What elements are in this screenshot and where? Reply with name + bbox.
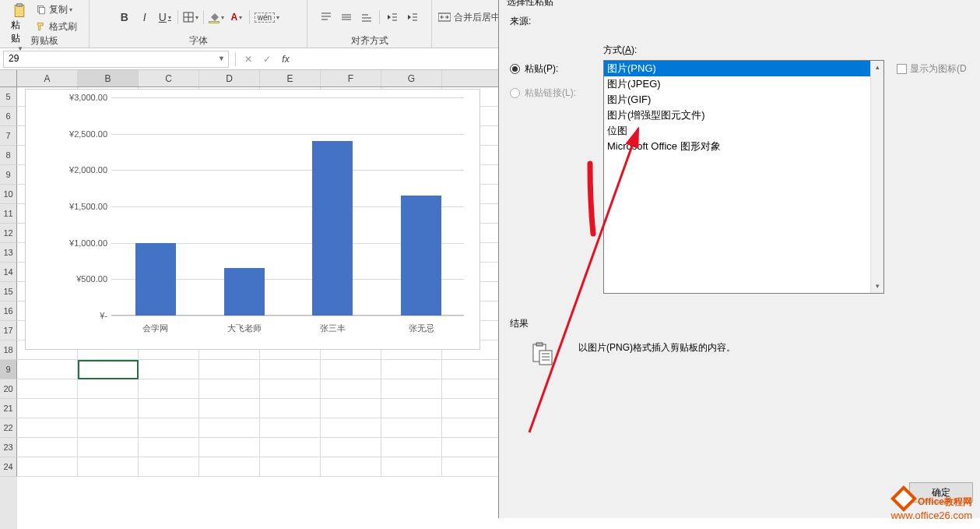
cell[interactable] <box>199 399 260 418</box>
col-header[interactable]: D <box>199 70 260 86</box>
col-header[interactable]: C <box>139 70 199 86</box>
font-color-button[interactable]: A▾ <box>229 9 244 25</box>
cell[interactable] <box>199 379 260 398</box>
row-header[interactable]: 9 <box>0 360 17 379</box>
list-item[interactable]: 图片(GIF) <box>604 92 883 108</box>
row-header[interactable]: 6 <box>0 107 17 126</box>
cell[interactable] <box>17 360 78 379</box>
italic-button[interactable]: I <box>137 9 153 25</box>
cell[interactable] <box>199 418 260 437</box>
cell[interactable] <box>17 457 78 476</box>
row-header[interactable]: 24 <box>0 457 17 477</box>
cell[interactable] <box>139 379 199 398</box>
cell[interactable] <box>381 418 442 437</box>
embedded-chart[interactable]: ¥-¥500.00¥1,000.00¥1,500.00¥2,000.00¥2,5… <box>25 89 480 350</box>
cell[interactable] <box>321 438 381 457</box>
row-header[interactable]: 10 <box>0 185 17 204</box>
cell[interactable] <box>260 399 321 418</box>
cell[interactable] <box>321 360 381 379</box>
col-header[interactable]: G <box>381 70 442 86</box>
enter-button[interactable]: ✓ <box>258 54 276 65</box>
row-header[interactable]: 14 <box>0 263 17 282</box>
row-header[interactable]: 11 <box>0 204 17 224</box>
cell[interactable] <box>381 360 442 379</box>
cell[interactable] <box>17 379 78 398</box>
paste-radio[interactable]: 粘贴(P): <box>510 62 603 76</box>
cell[interactable] <box>199 438 260 457</box>
cancel-button[interactable]: ✕ <box>239 54 258 65</box>
cell[interactable] <box>381 379 442 398</box>
copy-button[interactable]: 复制▾ <box>36 2 83 17</box>
row-header[interactable]: 12 <box>0 224 17 243</box>
row-header[interactable]: 9 <box>0 165 17 185</box>
cell[interactable] <box>321 457 381 476</box>
list-item[interactable]: 图片(增强型图元文件) <box>604 108 883 123</box>
cell[interactable] <box>78 360 139 379</box>
border-button[interactable]: ▾ <box>183 9 198 25</box>
cell[interactable] <box>78 457 139 476</box>
list-item[interactable]: 图片(PNG) <box>604 61 883 76</box>
cell[interactable] <box>139 418 199 437</box>
chart-bar[interactable] <box>312 141 353 316</box>
row-header[interactable]: 22 <box>0 418 17 438</box>
underline-button[interactable]: U▾ <box>157 9 173 25</box>
cell[interactable] <box>139 457 199 476</box>
row-header[interactable]: 7 <box>0 126 17 146</box>
scrollbar[interactable]: ▴ ▾ <box>870 61 883 293</box>
fx-button[interactable]: fx <box>276 54 295 65</box>
align-mid-button[interactable] <box>339 9 354 25</box>
col-header[interactable]: A <box>17 70 78 86</box>
cell[interactable] <box>17 418 78 437</box>
format-painter-button[interactable]: 格式刷 <box>36 19 83 34</box>
cell[interactable] <box>260 418 321 437</box>
cell[interactable] <box>139 438 199 457</box>
cell[interactable] <box>260 379 321 398</box>
row-header[interactable]: 23 <box>0 438 17 457</box>
align-top-button[interactable] <box>318 9 334 25</box>
align-bot-button[interactable] <box>359 9 374 25</box>
cell[interactable] <box>199 457 260 476</box>
col-header[interactable]: B <box>78 70 139 86</box>
cell[interactable] <box>321 379 381 398</box>
scroll-down-icon[interactable]: ▾ <box>871 280 883 293</box>
cell[interactable] <box>321 399 381 418</box>
row-header[interactable]: 8 <box>0 146 17 165</box>
col-header[interactable]: F <box>321 70 381 86</box>
cell[interactable] <box>78 399 139 418</box>
indent-inc-button[interactable] <box>405 9 420 25</box>
cell[interactable] <box>381 399 442 418</box>
cell[interactable] <box>139 399 199 418</box>
fill-color-button[interactable]: ▾ <box>209 9 224 25</box>
cell[interactable] <box>17 399 78 418</box>
row-header[interactable]: 5 <box>0 87 17 107</box>
indent-dec-button[interactable] <box>385 9 400 25</box>
chart-bar[interactable] <box>135 243 176 316</box>
format-listbox[interactable]: 图片(PNG)图片(JPEG)图片(GIF)图片(增强型图元文件)位图Micro… <box>603 60 884 294</box>
chevron-down-icon[interactable]: ▼ <box>218 55 225 62</box>
cell[interactable] <box>260 360 321 379</box>
row-header[interactable]: 17 <box>0 321 17 340</box>
cell[interactable] <box>381 457 442 476</box>
cell[interactable] <box>78 438 139 457</box>
cell[interactable] <box>139 360 199 379</box>
cell[interactable] <box>17 438 78 457</box>
row-header[interactable]: 16 <box>0 302 17 321</box>
cell[interactable] <box>199 360 260 379</box>
col-header[interactable]: E <box>260 70 321 86</box>
chart-bar[interactable] <box>224 268 265 316</box>
paste-button[interactable]: 粘贴 ▼ <box>6 2 33 54</box>
cell[interactable] <box>321 418 381 437</box>
row-header[interactable]: 20 <box>0 379 17 399</box>
row-header[interactable]: 21 <box>0 399 17 418</box>
merge-button[interactable]: 合并后居中 <box>438 9 501 25</box>
cell[interactable] <box>260 438 321 457</box>
bold-button[interactable]: B <box>117 9 132 25</box>
list-item[interactable]: 位图 <box>604 123 883 139</box>
phonetic-button[interactable]: wén▾ <box>255 9 279 25</box>
cell[interactable] <box>260 457 321 476</box>
row-header[interactable]: 15 <box>0 282 17 302</box>
chart-bar[interactable] <box>401 196 441 316</box>
row-header[interactable]: 13 <box>0 243 17 263</box>
cell[interactable] <box>78 418 139 437</box>
list-item[interactable]: Microsoft Office 图形对象 <box>604 139 883 154</box>
